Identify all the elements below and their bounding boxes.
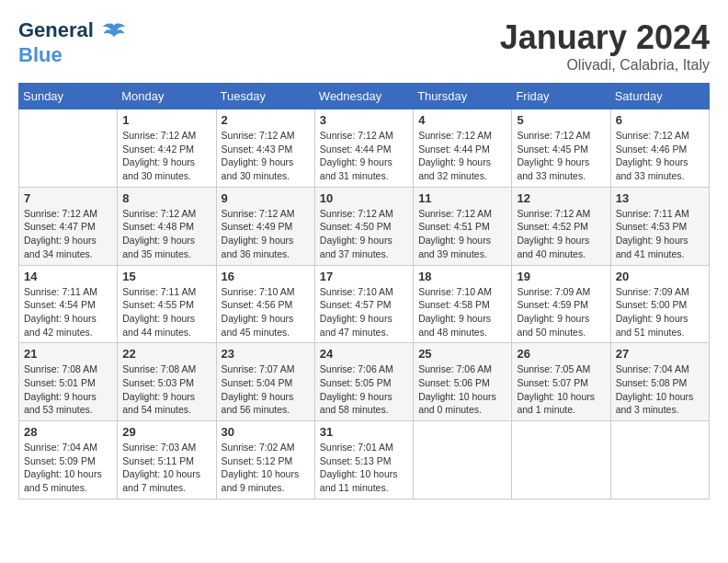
calendar-cell: 27Sunrise: 7:04 AMSunset: 5:08 PMDayligh… [610,343,709,421]
day-number: 23 [222,347,310,361]
calendar-cell: 15Sunrise: 7:11 AMSunset: 4:55 PMDayligh… [118,265,216,343]
calendar-cell: 20Sunrise: 7:09 AMSunset: 5:00 PMDayligh… [610,265,709,343]
day-info: Sunrise: 7:02 AMSunset: 5:12 PMDaylight:… [222,441,310,495]
location-text: Olivadi, Calabria, Italy [500,57,710,74]
calendar-cell: 19Sunrise: 7:09 AMSunset: 4:59 PMDayligh… [512,265,610,343]
header-sunday: Sunday [19,84,118,109]
day-number: 25 [418,347,506,361]
calendar-cell: 9Sunrise: 7:12 AMSunset: 4:49 PMDaylight… [216,187,314,265]
calendar-cell: 3Sunrise: 7:12 AMSunset: 4:44 PMDaylight… [314,109,413,188]
day-info: Sunrise: 7:12 AMSunset: 4:42 PMDaylight:… [122,129,210,183]
day-info: Sunrise: 7:12 AMSunset: 4:52 PMDaylight:… [517,207,605,261]
day-info: Sunrise: 7:10 AMSunset: 4:57 PMDaylight:… [320,285,408,339]
month-title: January 2024 [500,18,710,57]
day-number: 26 [517,347,605,361]
calendar-cell: 8Sunrise: 7:12 AMSunset: 4:48 PMDaylight… [118,187,216,265]
day-number: 13 [616,191,704,205]
calendar-cell: 24Sunrise: 7:06 AMSunset: 5:05 PMDayligh… [314,343,413,421]
calendar-cell: 30Sunrise: 7:02 AMSunset: 5:12 PMDayligh… [216,421,314,500]
calendar-cell: 29Sunrise: 7:03 AMSunset: 5:11 PMDayligh… [118,421,216,500]
title-section: January 2024 Olivadi, Calabria, Italy [500,18,710,74]
calendar-cell: 2Sunrise: 7:12 AMSunset: 4:43 PMDaylight… [216,109,314,188]
calendar-cell: 25Sunrise: 7:06 AMSunset: 5:06 PMDayligh… [414,343,512,421]
day-number: 15 [122,270,210,283]
week-row-4: 21Sunrise: 7:08 AMSunset: 5:01 PMDayligh… [19,343,710,421]
day-info: Sunrise: 7:10 AMSunset: 4:58 PMDaylight:… [418,285,506,339]
day-info: Sunrise: 7:12 AMSunset: 4:46 PMDaylight:… [616,129,704,183]
calendar-cell: 22Sunrise: 7:08 AMSunset: 5:03 PMDayligh… [118,343,216,421]
header-tuesday: Tuesday [216,84,314,109]
day-number: 30 [222,425,310,439]
week-row-2: 7Sunrise: 7:12 AMSunset: 4:47 PMDaylight… [19,187,710,265]
day-info: Sunrise: 7:04 AMSunset: 5:09 PMDaylight:… [24,441,112,495]
day-number: 5 [517,113,605,127]
day-number: 12 [517,191,605,205]
day-info: Sunrise: 7:01 AMSunset: 5:13 PMDaylight:… [320,441,408,495]
header-wednesday: Wednesday [314,84,413,109]
day-number: 22 [122,347,210,361]
day-info: Sunrise: 7:12 AMSunset: 4:48 PMDaylight:… [122,207,210,261]
day-info: Sunrise: 7:11 AMSunset: 4:54 PMDaylight:… [24,285,112,339]
calendar-cell: 31Sunrise: 7:01 AMSunset: 5:13 PMDayligh… [314,421,413,500]
calendar-cell: 7Sunrise: 7:12 AMSunset: 4:47 PMDaylight… [19,187,118,265]
day-number: 27 [616,347,704,361]
day-info: Sunrise: 7:03 AMSunset: 5:11 PMDaylight:… [122,441,210,495]
calendar-cell: 4Sunrise: 7:12 AMSunset: 4:44 PMDaylight… [414,109,512,188]
calendar-cell: 17Sunrise: 7:10 AMSunset: 4:57 PMDayligh… [314,265,413,343]
page-header: General Blue January 2024 Olivadi, Calab… [18,18,710,74]
day-number: 16 [222,270,310,283]
day-info: Sunrise: 7:09 AMSunset: 4:59 PMDaylight:… [517,285,605,339]
day-number: 2 [222,113,310,127]
day-info: Sunrise: 7:10 AMSunset: 4:56 PMDaylight:… [222,285,310,339]
day-info: Sunrise: 7:12 AMSunset: 4:43 PMDaylight:… [222,129,310,183]
calendar-cell: 28Sunrise: 7:04 AMSunset: 5:09 PMDayligh… [19,421,118,500]
logo-bird-icon [101,18,127,44]
calendar-cell [414,421,512,500]
calendar-cell: 12Sunrise: 7:12 AMSunset: 4:52 PMDayligh… [512,187,610,265]
calendar-cell: 5Sunrise: 7:12 AMSunset: 4:45 PMDaylight… [512,109,610,188]
logo-text: General [18,18,127,44]
day-number: 3 [320,113,408,127]
day-info: Sunrise: 7:12 AMSunset: 4:44 PMDaylight:… [418,129,506,183]
day-info: Sunrise: 7:08 AMSunset: 5:03 PMDaylight:… [122,362,210,417]
week-row-5: 28Sunrise: 7:04 AMSunset: 5:09 PMDayligh… [19,421,710,500]
day-number: 9 [222,191,310,205]
day-number: 28 [24,425,112,439]
day-info: Sunrise: 7:12 AMSunset: 4:47 PMDaylight:… [24,207,112,261]
day-number: 7 [24,191,112,205]
day-info: Sunrise: 7:07 AMSunset: 5:04 PMDaylight:… [222,362,310,417]
day-number: 8 [122,191,210,205]
calendar-cell: 18Sunrise: 7:10 AMSunset: 4:58 PMDayligh… [414,265,512,343]
calendar-table: SundayMondayTuesdayWednesdayThursdayFrid… [18,83,710,500]
day-info: Sunrise: 7:11 AMSunset: 4:53 PMDaylight:… [616,207,704,261]
day-number: 4 [418,113,506,127]
day-info: Sunrise: 7:05 AMSunset: 5:07 PMDaylight:… [517,362,605,417]
day-info: Sunrise: 7:12 AMSunset: 4:50 PMDaylight:… [320,207,408,261]
day-number: 1 [122,113,210,127]
calendar-cell: 11Sunrise: 7:12 AMSunset: 4:51 PMDayligh… [414,187,512,265]
calendar-cell [610,421,709,500]
header-monday: Monday [118,84,216,109]
header-saturday: Saturday [610,84,709,109]
calendar-cell [512,421,610,500]
day-info: Sunrise: 7:12 AMSunset: 4:51 PMDaylight:… [418,207,506,261]
day-number: 24 [320,347,408,361]
header-friday: Friday [512,84,610,109]
day-number: 18 [418,270,506,283]
calendar-cell: 13Sunrise: 7:11 AMSunset: 4:53 PMDayligh… [610,187,709,265]
day-number: 14 [24,270,112,283]
logo: General Blue [18,18,127,66]
week-row-1: 1Sunrise: 7:12 AMSunset: 4:42 PMDaylight… [19,109,710,188]
day-info: Sunrise: 7:12 AMSunset: 4:49 PMDaylight:… [222,207,310,261]
day-number: 17 [320,270,408,283]
week-row-3: 14Sunrise: 7:11 AMSunset: 4:54 PMDayligh… [19,265,710,343]
day-info: Sunrise: 7:11 AMSunset: 4:55 PMDaylight:… [122,285,210,339]
day-info: Sunrise: 7:12 AMSunset: 4:45 PMDaylight:… [517,129,605,183]
calendar-cell: 16Sunrise: 7:10 AMSunset: 4:56 PMDayligh… [216,265,314,343]
day-number: 29 [122,425,210,439]
day-number: 21 [24,347,112,361]
calendar-cell: 23Sunrise: 7:07 AMSunset: 5:04 PMDayligh… [216,343,314,421]
day-number: 6 [616,113,704,127]
day-info: Sunrise: 7:06 AMSunset: 5:06 PMDaylight:… [418,362,506,417]
calendar-cell: 1Sunrise: 7:12 AMSunset: 4:42 PMDaylight… [118,109,216,188]
